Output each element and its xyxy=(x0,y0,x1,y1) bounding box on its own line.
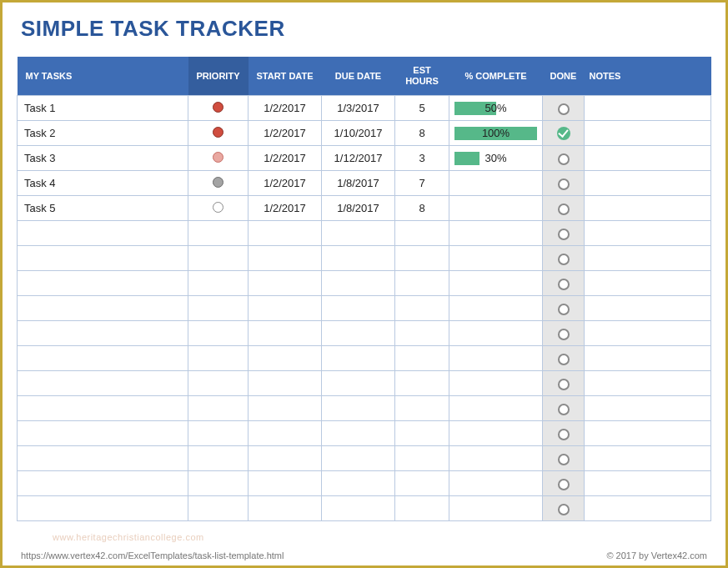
cell-due-date[interactable] xyxy=(322,346,395,371)
cell-percent-complete[interactable] xyxy=(449,471,543,496)
cell-percent-complete[interactable] xyxy=(449,496,543,521)
cell-done[interactable] xyxy=(543,446,585,471)
cell-task-name[interactable] xyxy=(18,321,188,346)
cell-task-name[interactable]: Task 4 xyxy=(18,171,188,196)
cell-priority[interactable] xyxy=(188,396,249,421)
cell-priority[interactable] xyxy=(188,146,249,171)
cell-notes[interactable] xyxy=(585,321,711,346)
cell-task-name[interactable] xyxy=(18,496,188,521)
cell-done[interactable] xyxy=(543,421,585,446)
cell-due-date[interactable]: 1/8/2017 xyxy=(322,196,395,221)
cell-due-date[interactable]: 1/10/2017 xyxy=(322,121,395,146)
cell-est-hours[interactable]: 8 xyxy=(395,121,449,146)
cell-done[interactable] xyxy=(543,221,585,246)
cell-priority[interactable] xyxy=(188,196,249,221)
cell-priority[interactable] xyxy=(188,96,249,121)
cell-done[interactable] xyxy=(543,296,585,321)
cell-due-date[interactable] xyxy=(322,446,395,471)
cell-task-name[interactable] xyxy=(18,421,188,446)
cell-notes[interactable] xyxy=(585,271,711,296)
cell-percent-complete[interactable] xyxy=(449,271,543,296)
cell-start-date[interactable] xyxy=(249,321,322,346)
radio-icon[interactable] xyxy=(558,229,570,240)
cell-start-date[interactable]: 1/2/2017 xyxy=(249,196,322,221)
radio-icon[interactable] xyxy=(558,254,570,265)
cell-task-name[interactable] xyxy=(18,246,188,271)
cell-priority[interactable] xyxy=(188,171,249,196)
cell-notes[interactable] xyxy=(585,496,711,521)
cell-due-date[interactable]: 1/12/2017 xyxy=(322,146,395,171)
cell-start-date[interactable]: 1/2/2017 xyxy=(249,96,322,121)
cell-start-date[interactable] xyxy=(249,246,322,271)
radio-icon[interactable] xyxy=(558,479,570,490)
cell-done[interactable] xyxy=(543,371,585,396)
cell-task-name[interactable] xyxy=(18,296,188,321)
cell-est-hours[interactable] xyxy=(395,396,449,421)
cell-start-date[interactable]: 1/2/2017 xyxy=(249,171,322,196)
cell-done[interactable] xyxy=(543,121,585,146)
radio-icon[interactable] xyxy=(558,454,570,465)
cell-task-name[interactable] xyxy=(18,371,188,396)
cell-notes[interactable] xyxy=(585,121,711,146)
cell-due-date[interactable] xyxy=(322,221,395,246)
cell-start-date[interactable] xyxy=(249,446,322,471)
cell-priority[interactable] xyxy=(188,321,249,346)
checkmark-icon[interactable] xyxy=(557,127,570,140)
cell-done[interactable] xyxy=(543,146,585,171)
cell-done[interactable] xyxy=(543,96,585,121)
radio-icon[interactable] xyxy=(558,153,570,165)
cell-done[interactable] xyxy=(543,271,585,296)
cell-priority[interactable] xyxy=(188,421,249,446)
cell-est-hours[interactable]: 5 xyxy=(395,96,449,121)
cell-percent-complete[interactable] xyxy=(449,221,543,246)
cell-done[interactable] xyxy=(543,496,585,521)
cell-est-hours[interactable] xyxy=(395,421,449,446)
radio-icon[interactable] xyxy=(558,379,570,390)
cell-done[interactable] xyxy=(543,346,585,371)
cell-est-hours[interactable]: 8 xyxy=(395,196,449,221)
cell-start-date[interactable] xyxy=(249,296,322,321)
cell-done[interactable] xyxy=(543,171,585,196)
cell-priority[interactable] xyxy=(188,271,249,296)
cell-done[interactable] xyxy=(543,196,585,221)
cell-percent-complete[interactable] xyxy=(449,171,543,196)
cell-priority[interactable] xyxy=(188,121,249,146)
cell-start-date[interactable] xyxy=(249,496,322,521)
radio-icon[interactable] xyxy=(558,429,570,440)
cell-priority[interactable] xyxy=(188,496,249,521)
cell-task-name[interactable] xyxy=(18,446,188,471)
radio-icon[interactable] xyxy=(558,404,570,415)
cell-percent-complete[interactable] xyxy=(449,421,543,446)
cell-est-hours[interactable] xyxy=(395,446,449,471)
radio-icon[interactable] xyxy=(558,354,570,365)
cell-due-date[interactable] xyxy=(322,496,395,521)
cell-percent-complete[interactable]: 30% xyxy=(449,146,543,171)
cell-start-date[interactable] xyxy=(249,396,322,421)
cell-percent-complete[interactable] xyxy=(449,246,543,271)
cell-est-hours[interactable] xyxy=(395,496,449,521)
radio-icon[interactable] xyxy=(558,204,570,215)
cell-priority[interactable] xyxy=(188,246,249,271)
cell-start-date[interactable] xyxy=(249,346,322,371)
cell-due-date[interactable] xyxy=(322,321,395,346)
radio-icon[interactable] xyxy=(558,329,570,340)
cell-percent-complete[interactable] xyxy=(449,196,543,221)
cell-due-date[interactable]: 1/3/2017 xyxy=(322,96,395,121)
cell-priority[interactable] xyxy=(188,221,249,246)
radio-icon[interactable] xyxy=(558,279,570,290)
cell-est-hours[interactable] xyxy=(395,271,449,296)
cell-task-name[interactable] xyxy=(18,396,188,421)
cell-task-name[interactable]: Task 5 xyxy=(18,196,188,221)
cell-task-name[interactable]: Task 3 xyxy=(18,146,188,171)
cell-start-date[interactable] xyxy=(249,271,322,296)
cell-done[interactable] xyxy=(543,471,585,496)
cell-task-name[interactable] xyxy=(18,221,188,246)
cell-task-name[interactable]: Task 2 xyxy=(18,121,188,146)
cell-start-date[interactable] xyxy=(249,471,322,496)
radio-icon[interactable] xyxy=(558,103,570,115)
cell-start-date[interactable] xyxy=(249,421,322,446)
cell-priority[interactable] xyxy=(188,371,249,396)
radio-icon[interactable] xyxy=(558,504,570,515)
cell-done[interactable] xyxy=(543,321,585,346)
cell-due-date[interactable] xyxy=(322,396,395,421)
